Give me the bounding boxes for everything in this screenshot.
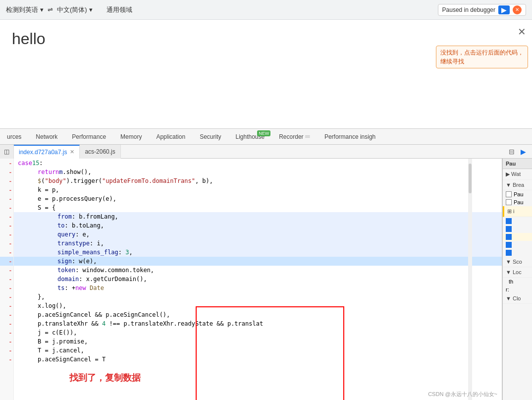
breakpoint-item-1: Pau	[503, 190, 532, 198]
scope-checkbox-5[interactable]	[506, 250, 512, 256]
code-line: domain: x.getCurDomain(),	[14, 275, 502, 284]
panel-debugger-button[interactable]: ▶	[519, 147, 528, 157]
notification-line1: 没找到，点击运行后面的代码，	[440, 49, 524, 56]
code-line: from: b.fromLang,	[14, 212, 502, 221]
domain-label: 通用领域	[106, 5, 132, 14]
scope-cb-5	[503, 249, 532, 257]
gutter-line: -	[0, 221, 13, 230]
browser-close-button[interactable]: ✕	[518, 26, 526, 38]
scrollbar-thumb[interactable]	[469, 164, 472, 193]
tab-memory[interactable]: Memory	[113, 129, 149, 145]
code-line: to: b.toLang,	[14, 221, 502, 230]
r-label: r:	[506, 286, 509, 292]
breakpoints-arrow: ▼	[506, 182, 513, 188]
gutter-line: -	[0, 176, 13, 185]
closure-label: Clo	[513, 295, 521, 301]
gutter-line: -	[0, 239, 13, 248]
code-line: $("body").trigger("updateFromTo.domainTr…	[14, 176, 502, 185]
detect-language[interactable]: 检测到英语 ▾	[6, 5, 44, 14]
scope-checkbox-1[interactable]	[506, 218, 512, 224]
local-sub-text: th	[509, 279, 513, 285]
file-tab-index[interactable]: index.d727a0a7.js ✕	[14, 145, 80, 159]
vertical-scrollbar[interactable]	[468, 159, 472, 400]
detect-dropdown-icon: ▾	[40, 6, 44, 13]
panel-toggle-button[interactable]: ◫	[0, 145, 14, 159]
gutter-line: -	[0, 355, 13, 364]
tab-performance[interactable]: Performance	[65, 129, 113, 145]
scope-checkbox-4[interactable]	[506, 242, 512, 248]
tab-sources[interactable]: urces	[0, 129, 29, 145]
devtools-tab-bar: urces Network Performance Memory Applica…	[0, 129, 532, 145]
code-line: p.aceSignCancel && p.aceSignCancel(),	[14, 310, 502, 319]
panel-split-button[interactable]: ⊟	[507, 147, 517, 157]
code-editor[interactable]: - - - - - - - - - - - - - - - - - - - - …	[0, 159, 502, 400]
gutter-line: -	[0, 319, 13, 328]
gutter-line: -	[0, 159, 13, 168]
gutter-line: -	[0, 168, 13, 176]
close-icon: ✕	[515, 7, 519, 12]
gutter-line: -	[0, 194, 13, 203]
closure-arrow: ▼	[506, 295, 513, 301]
domain-selector[interactable]: 通用领域	[106, 5, 132, 14]
code-line: k = p,	[14, 185, 502, 194]
scope-arrow: ▼	[506, 259, 513, 265]
scope-cb-4	[503, 241, 532, 249]
tab-network[interactable]: Network	[29, 129, 65, 145]
gutter-line: -	[0, 266, 13, 275]
gutter-line: -	[0, 328, 13, 337]
file-tab-acs[interactable]: acs-2060.js	[80, 145, 120, 159]
tab-application[interactable]: Application	[149, 129, 193, 145]
scope-label2: Sco	[513, 259, 522, 265]
local-arrow: ▼	[506, 269, 513, 275]
code-line: x.log(),	[14, 301, 502, 310]
breakpoint-checkbox-2[interactable]	[506, 199, 512, 205]
panel-controls: ⊟ ▶	[507, 147, 532, 157]
breakpoint-item-2: Pau	[503, 198, 532, 206]
gutter-line: -	[0, 310, 13, 319]
resume-button[interactable]: ▶	[498, 5, 510, 14]
code-line: ts: +new Date	[14, 284, 502, 292]
notification-line2: 继续寻找	[440, 58, 464, 65]
watch-section[interactable]: ▶ Wat	[503, 169, 532, 180]
browser-content: hello ✕ 没找到，点击运行后面的代码， 继续寻找	[0, 20, 532, 129]
file-tab-index-name: index.d727a0a7.js	[19, 149, 67, 156]
gutter-line: -	[0, 203, 13, 212]
code-line: e = p.processQuery(e),	[14, 194, 502, 203]
gutter-line: -	[0, 337, 13, 346]
code-line: simple_means_flag: 3,	[14, 248, 502, 257]
scope-section[interactable]: ⊞ i	[503, 206, 532, 217]
code-line: S = {	[14, 203, 502, 212]
gutter-line: -	[0, 301, 13, 310]
code-line: T = j.cancel,	[14, 346, 502, 355]
local-section[interactable]: ▼ Loc	[503, 267, 532, 278]
breakpoint-checkbox-1[interactable]	[506, 191, 512, 197]
line-gutter: - - - - - - - - - - - - - - - - - - - - …	[0, 159, 14, 400]
paused-text: Paused in debugger	[442, 6, 495, 13]
play-icon: ▶	[501, 6, 507, 14]
swap-language[interactable]: ⇌	[48, 6, 53, 13]
local-sub-item: th	[503, 278, 532, 286]
close-debugger-button[interactable]: ✕	[513, 5, 522, 14]
gutter-line: -	[0, 185, 13, 194]
code-line: p.translateXhr && 4 !== p.translateXhr.r…	[14, 319, 502, 328]
gutter-line: -	[0, 230, 13, 239]
file-tab-bar: ◫ index.d727a0a7.js ✕ acs-2060.js ⊟ ▶	[0, 145, 532, 159]
tab-recorder[interactable]: Recorder 𝄘	[272, 129, 318, 145]
scope-checkbox-3[interactable]	[506, 234, 512, 240]
closure-section[interactable]: ▼ Clo	[503, 293, 532, 304]
breakpoints-section[interactable]: ▼ Brea	[503, 180, 532, 190]
tab-perf-insights[interactable]: Performance insigh	[318, 129, 383, 145]
target-dropdown-icon: ▾	[89, 6, 93, 13]
scope-checkbox-2[interactable]	[506, 226, 512, 232]
target-language[interactable]: 中文(简体) ▾	[57, 5, 93, 14]
file-tab-index-close[interactable]: ✕	[70, 149, 74, 155]
tab-lighthouse[interactable]: Lighthouse NEW	[228, 129, 272, 145]
code-content[interactable]: case 15: return m.show(), $("body").trig…	[14, 159, 502, 400]
gutter-line: -	[0, 346, 13, 355]
translation-bar: 检测到英语 ▾ ⇌ 中文(简体) ▾ 通用领域 Paused in debugg…	[0, 0, 532, 20]
paused-header: Pau	[503, 159, 532, 169]
panel-toggle-icon: ◫	[4, 148, 9, 155]
code-line: },	[14, 292, 502, 301]
scope-section2[interactable]: ▼ Sco	[503, 257, 532, 267]
tab-security[interactable]: Security	[193, 129, 228, 145]
